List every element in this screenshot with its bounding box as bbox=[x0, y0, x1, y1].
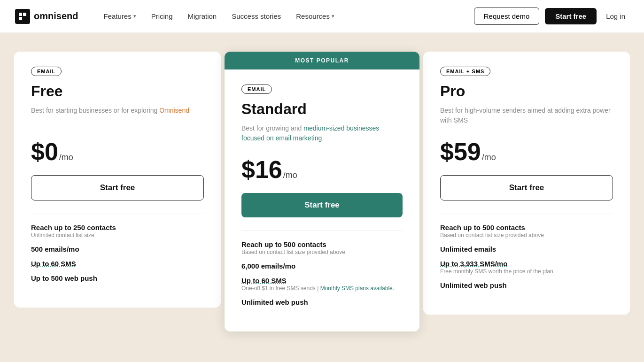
feature-title: Unlimited web push bbox=[241, 298, 403, 306]
medium-link[interactable]: medium-sized businesses focused on email… bbox=[241, 124, 379, 142]
plan-card-free: EMAIL Free Best for starting businesses … bbox=[14, 52, 221, 308]
plan-desc-standard: Best for growing and medium-sized busine… bbox=[241, 123, 403, 146]
feature-title: Unlimited web push bbox=[440, 281, 613, 289]
plan-desc-free: Best for starting businesses or for expl… bbox=[31, 106, 204, 128]
feature-webpush-free: Up to 500 web push bbox=[31, 274, 204, 282]
plan-badge-free: EMAIL bbox=[31, 67, 62, 76]
feature-sub: Based on contact list size provided abov… bbox=[241, 249, 403, 255]
plan-name-standard: Standard bbox=[241, 100, 403, 118]
price-amount-free: $0 bbox=[31, 139, 58, 164]
plan-price-free: $0 /mo bbox=[31, 139, 204, 164]
plan-card-standard: MOST POPULAR EMAIL Standard Best for gro… bbox=[225, 52, 419, 331]
feature-contacts-standard: Reach up to 500 contacts Based on contac… bbox=[241, 240, 403, 255]
nav-success-stories[interactable]: Success stories bbox=[225, 8, 287, 24]
feature-emails-pro: Unlimited emails bbox=[440, 245, 613, 253]
divider-standard bbox=[241, 231, 403, 231]
login-button[interactable]: Log in bbox=[602, 8, 629, 24]
svg-rect-2 bbox=[23, 13, 26, 16]
chevron-down-icon: ▾ bbox=[133, 13, 136, 19]
most-popular-badge: MOST POPULAR bbox=[225, 52, 419, 69]
feature-contacts-free: Reach up to 250 contacts Unlimited conta… bbox=[31, 223, 204, 239]
navbar: omnisend Features ▾ Pricing Migration Su… bbox=[0, 0, 644, 33]
feature-contacts-pro: Reach up to 500 contacts Based on contac… bbox=[440, 223, 613, 239]
feature-sub: Free monthly SMS worth the price of the … bbox=[440, 268, 613, 275]
chevron-down-icon: ▾ bbox=[332, 13, 334, 19]
start-free-button[interactable]: Start free bbox=[545, 8, 597, 24]
standard-body: EMAIL Standard Best for growing and medi… bbox=[225, 69, 419, 331]
feature-title: 500 emails/mo bbox=[31, 245, 204, 253]
pricing-grid: EMAIL Free Best for starting businesses … bbox=[14, 52, 630, 331]
price-suffix-pro: /mo bbox=[482, 153, 496, 162]
plan-desc-pro: Best for high-volume senders aimed at ad… bbox=[440, 106, 613, 128]
sms-plans-link[interactable]: Monthly SMS plans available. bbox=[320, 285, 394, 292]
divider-pro bbox=[440, 214, 613, 214]
logo-icon bbox=[15, 9, 30, 24]
price-suffix-free: /mo bbox=[59, 153, 73, 162]
divider-free bbox=[31, 214, 204, 214]
feature-title[interactable]: Up to 3,933 SMS/mo bbox=[440, 260, 613, 268]
plan-name-pro: Pro bbox=[440, 83, 613, 100]
feature-sub: One-off $1 in free SMS sends | Monthly S… bbox=[241, 285, 403, 292]
plan-price-standard: $16 /mo bbox=[241, 157, 403, 182]
feature-emails-free: 500 emails/mo bbox=[31, 245, 204, 253]
nav-resources[interactable]: Resources ▾ bbox=[289, 8, 341, 24]
feature-sms-pro: Up to 3,933 SMS/mo Free monthly SMS wort… bbox=[440, 260, 613, 275]
nav-pricing[interactable]: Pricing bbox=[145, 8, 179, 24]
svg-rect-0 bbox=[15, 9, 30, 24]
feature-title[interactable]: Up to 60 SMS bbox=[31, 260, 204, 268]
plan-card-pro: EMAIL + SMS Pro Best for high-volume sen… bbox=[423, 52, 630, 315]
brand-name: omnisend bbox=[34, 11, 78, 22]
feature-title: Reach up to 250 contacts bbox=[31, 223, 204, 231]
start-free-button-standard[interactable]: Start free bbox=[241, 193, 403, 217]
feature-title: Up to 500 web push bbox=[31, 274, 204, 282]
feature-title: Unlimited emails bbox=[440, 245, 613, 253]
feature-webpush-pro: Unlimited web push bbox=[440, 281, 613, 289]
logo[interactable]: omnisend bbox=[15, 9, 78, 24]
plan-name-free: Free bbox=[31, 83, 204, 100]
price-amount-standard: $16 bbox=[241, 157, 282, 182]
feature-title: Reach up to 500 contacts bbox=[440, 223, 613, 231]
price-amount-pro: $59 bbox=[440, 139, 481, 164]
feature-sms-standard: Up to 60 SMS One-off $1 in free SMS send… bbox=[241, 277, 403, 292]
request-demo-button[interactable]: Request demo bbox=[474, 8, 540, 25]
omnisend-link[interactable]: Omnisend bbox=[159, 107, 189, 114]
feature-title: 6,000 emails/mo bbox=[241, 262, 403, 270]
svg-rect-3 bbox=[19, 17, 22, 20]
feature-title[interactable]: Up to 60 SMS bbox=[241, 277, 403, 285]
feature-title: Reach up to 500 contacts bbox=[241, 240, 403, 248]
main-content: EMAIL Free Best for starting businesses … bbox=[0, 33, 644, 360]
plan-badge-pro: EMAIL + SMS bbox=[440, 67, 490, 76]
nav-migration[interactable]: Migration bbox=[181, 8, 224, 24]
svg-rect-1 bbox=[19, 13, 22, 16]
nav-features[interactable]: Features ▾ bbox=[97, 8, 142, 24]
feature-emails-standard: 6,000 emails/mo bbox=[241, 262, 403, 270]
nav-actions: Request demo Start free Log in bbox=[474, 8, 629, 25]
plan-price-pro: $59 /mo bbox=[440, 139, 613, 164]
start-free-button-pro[interactable]: Start free bbox=[440, 175, 613, 200]
feature-sub: Based on contact list size provided abov… bbox=[440, 232, 613, 239]
price-suffix-standard: /mo bbox=[283, 170, 297, 180]
feature-sms-free: Up to 60 SMS bbox=[31, 260, 204, 268]
feature-sub: Unlimited contact list size bbox=[31, 232, 204, 239]
plan-badge-standard: EMAIL bbox=[241, 85, 272, 94]
nav-links: Features ▾ Pricing Migration Success sto… bbox=[97, 8, 473, 24]
feature-webpush-standard: Unlimited web push bbox=[241, 298, 403, 306]
start-free-button-free[interactable]: Start free bbox=[31, 175, 204, 200]
